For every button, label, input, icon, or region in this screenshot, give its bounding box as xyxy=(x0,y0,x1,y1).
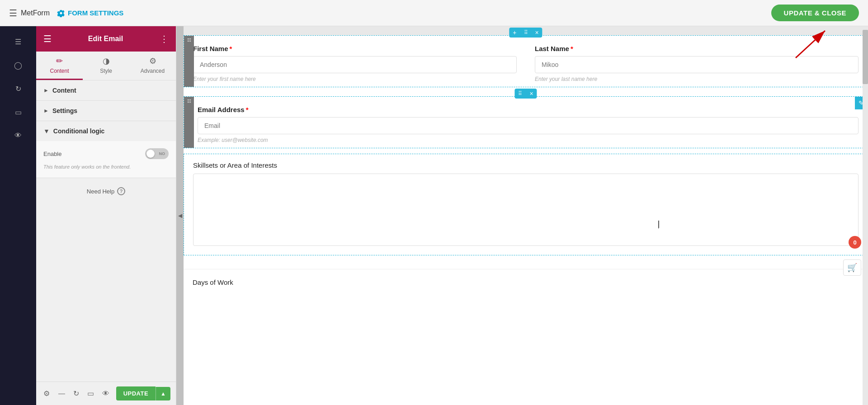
history-footer-icon[interactable]: ↻ xyxy=(71,387,81,400)
dark-icon-3: ↻ xyxy=(15,85,21,93)
dark-sidebar-item-2[interactable]: ◯ xyxy=(8,55,28,75)
panel-sidebar: ☰ Edit Email ⋮ ✏ Content ◑ Style ⚙ Advan… xyxy=(36,26,176,405)
dark-icon-4: ▭ xyxy=(15,108,22,117)
preview-footer-icon[interactable]: 👁 xyxy=(100,388,111,400)
form-canvas: + ⠿ × ☷ First Name* Enter your first nam… xyxy=(184,26,868,405)
form-settings-label: FORM SETTINGS xyxy=(68,9,123,17)
content-tab-icon: ✏ xyxy=(56,56,63,66)
skillsets-textarea[interactable] xyxy=(193,174,859,246)
chevron-down-icon: ▼ xyxy=(43,127,50,135)
feature-note: This feature only works on the frontend. xyxy=(43,164,169,170)
need-help-section: Need Help ? xyxy=(36,178,176,204)
settings-footer-icon[interactable]: ⚙ xyxy=(42,387,52,400)
row2-close-button[interactable]: × xyxy=(526,89,537,99)
hamburger-icon[interactable]: ☰ xyxy=(43,33,52,44)
conditional-logic-header[interactable]: ▼ Conditional logic xyxy=(36,121,176,141)
first-name-field: First Name* Enter your first name here xyxy=(193,45,517,82)
enable-toggle[interactable]: NO xyxy=(145,148,169,159)
tab-style[interactable]: ◑ Style xyxy=(83,52,129,80)
form-row-2: ⠿ × ☷ Email Address* Example: user@websi… xyxy=(184,96,868,148)
need-help-text[interactable]: Need Help ? xyxy=(43,187,169,195)
row-move-button[interactable]: ⠿ xyxy=(520,28,532,37)
email-required: * xyxy=(246,106,249,113)
form-container: + ⠿ × ☷ First Name* Enter your first nam… xyxy=(184,35,868,405)
menu-icon: ☰ xyxy=(9,8,17,19)
badge-count: 0 xyxy=(849,236,861,249)
need-help-label: Need Help xyxy=(87,188,114,195)
dark-sidebar: ☰ ◯ ↻ ▭ 👁 xyxy=(0,26,36,405)
update-button[interactable]: UPDATE xyxy=(116,386,156,400)
conditional-logic-content: Enable NO This feature only works on the… xyxy=(36,141,176,178)
dark-icon-2: ◯ xyxy=(14,61,22,70)
gear-icon xyxy=(57,9,65,17)
top-header: ☰ MetForm FORM SETTINGS UPDATE & CLOSE xyxy=(0,0,868,26)
eye-icon: 👁 xyxy=(14,132,22,140)
footer-icons: ⚙ ⸻ ↻ ▭ 👁 xyxy=(42,387,111,400)
row-handle-1[interactable]: ☷ xyxy=(184,36,194,87)
dark-sidebar-item-4[interactable]: ▭ xyxy=(8,102,28,122)
accordion-content: ► Content xyxy=(36,80,176,101)
scrollbar-track[interactable] xyxy=(863,26,868,405)
panel-title: Edit Email xyxy=(88,35,123,43)
form-row-3: Skillsets or Area of Interests 0 🛒 xyxy=(184,154,868,255)
advanced-tab-label: Advanced xyxy=(141,68,165,74)
last-name-hint: Enter your last name here xyxy=(535,76,859,82)
email-input[interactable] xyxy=(198,117,859,134)
enable-row: Enable NO xyxy=(43,148,169,159)
row-add-button[interactable]: + xyxy=(509,28,520,38)
cart-icon-container[interactable]: 🛒 xyxy=(843,259,861,276)
tab-advanced[interactable]: ⚙ Advanced xyxy=(129,52,176,80)
row2-toolbar: ⠿ × xyxy=(514,89,537,99)
update-btn-group: UPDATE ▲ xyxy=(116,386,170,400)
tab-content[interactable]: ✏ Content xyxy=(36,52,83,80)
last-name-field: Last Name* Enter your last name here xyxy=(535,45,859,82)
toggle-track: NO xyxy=(145,148,169,159)
skillsets-label: Skillsets or Area of Interests xyxy=(193,161,859,169)
update-close-button[interactable]: UPDATE & CLOSE xyxy=(771,5,859,21)
chevron-right-icon: ► xyxy=(43,87,49,94)
header-left: ☰ MetForm FORM SETTINGS xyxy=(9,8,123,19)
dark-sidebar-item-5[interactable]: 👁 xyxy=(8,126,28,146)
accordion-content-header[interactable]: ► Content xyxy=(36,80,176,100)
responsive-footer-icon[interactable]: ▭ xyxy=(85,387,96,400)
conditional-logic-section: ▼ Conditional logic Enable NO This feat xyxy=(36,121,176,178)
email-row-inner: Email Address* Example: user@website.com xyxy=(184,97,868,148)
update-dropdown-button[interactable]: ▲ xyxy=(156,387,170,400)
days-label: Days of Work xyxy=(193,278,859,286)
email-hint: Example: user@website.com xyxy=(198,137,859,143)
row-close-button[interactable]: × xyxy=(532,28,542,38)
style-tab-icon: ◑ xyxy=(103,56,110,66)
content-tab-label: Content xyxy=(50,68,69,74)
last-name-input[interactable] xyxy=(535,56,859,73)
dark-sidebar-item-3[interactable]: ↻ xyxy=(8,79,28,99)
collapse-icon: ◀ xyxy=(178,212,182,219)
layers-footer-icon[interactable]: ⸻ xyxy=(56,388,67,400)
accordion-settings: ► Settings xyxy=(36,101,176,121)
panel-tabs: ✏ Content ◑ Style ⚙ Advanced xyxy=(36,52,176,80)
toggle-no-label: NO xyxy=(159,151,165,156)
row2-move-button[interactable]: ⠿ xyxy=(514,89,526,98)
dark-sidebar-item-1[interactable]: ☰ xyxy=(8,32,28,52)
advanced-tab-icon: ⚙ xyxy=(149,56,156,66)
panel-content: ► Content ► Settings ▼ Conditional logic xyxy=(36,80,176,381)
form-row-4: Days of Work xyxy=(184,269,868,300)
panel-footer: ⚙ ⸻ ↻ ▭ 👁 UPDATE ▲ xyxy=(36,381,176,405)
first-name-input[interactable] xyxy=(193,56,517,73)
accordion-settings-header[interactable]: ► Settings xyxy=(36,101,176,121)
first-name-hint: Enter your first name here xyxy=(193,76,517,82)
panel-header: ☰ Edit Email ⋮ xyxy=(36,26,176,52)
logo-text: MetForm xyxy=(21,9,50,17)
grid-icon[interactable]: ⋮ xyxy=(160,33,169,44)
conditional-logic-label: Conditional logic xyxy=(53,127,105,135)
scrollbar-thumb[interactable] xyxy=(863,30,868,84)
cart-icon: 🛒 xyxy=(847,263,857,272)
form-settings-link[interactable]: FORM SETTINGS xyxy=(57,9,123,17)
metform-logo[interactable]: ☰ MetForm xyxy=(9,8,50,19)
form-row-1: + ⠿ × ☷ First Name* Enter your first nam… xyxy=(184,35,868,87)
dark-icon-1: ☰ xyxy=(15,38,21,46)
collapse-toggle[interactable]: ◀ xyxy=(176,26,184,405)
accordion-settings-label: Settings xyxy=(52,107,77,114)
last-name-required: * xyxy=(571,45,573,52)
first-name-required: * xyxy=(230,45,232,52)
row-handle-2[interactable]: ☷ xyxy=(184,97,194,148)
